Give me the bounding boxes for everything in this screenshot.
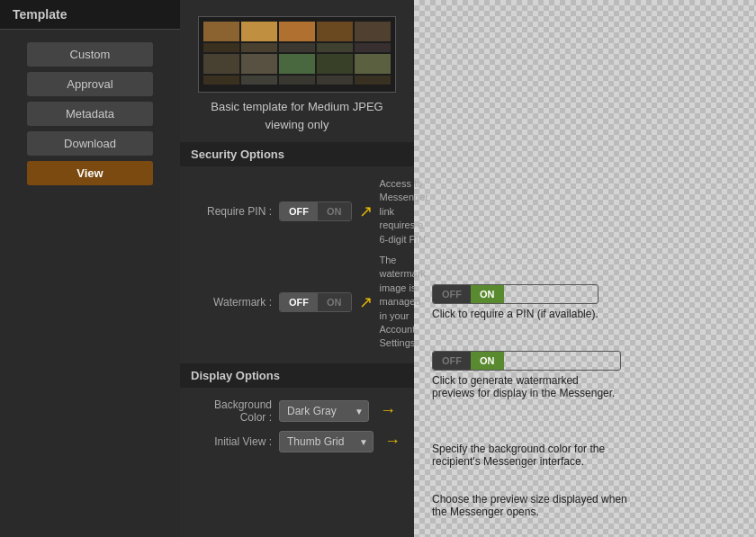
bg-color-arrow: →: [380, 401, 396, 420]
template-preview-grid: [203, 22, 391, 85]
initial-view-select-wrapper[interactable]: Thumb GridSingle ImageSlideshow ▼: [279, 431, 374, 452]
watermark-annotation-toggle: OFF ON: [432, 351, 621, 371]
template-view-button[interactable]: View: [27, 161, 153, 185]
watermark-annotation-off: OFF: [433, 352, 471, 370]
initial-view-row: Initial View : Thumb GridSingle ImageSli…: [180, 427, 414, 463]
pin-annotation-on: ON: [471, 285, 504, 303]
template-approval-button[interactable]: Approval: [27, 72, 153, 96]
initial-view-annotation-text: Choose the preview size displayed when t…: [432, 493, 630, 518]
watermark-toggle[interactable]: OFF ON: [279, 292, 352, 312]
watermark-desc: The watermark image is managed in your A…: [380, 254, 426, 351]
template-download-button[interactable]: Download: [27, 131, 153, 156]
require-pin-toggle[interactable]: OFF ON: [279, 201, 352, 221]
preview-caption: Basic template for Medium JPEG viewing o…: [180, 98, 414, 133]
display-options-header: Display Options: [180, 363, 414, 388]
bg-color-select[interactable]: Dark GrayLight GrayBlackWhite: [279, 400, 369, 422]
require-pin-label: Require PIN :: [191, 205, 272, 218]
initial-view-select[interactable]: Thumb GridSingle ImageSlideshow: [279, 431, 374, 452]
watermark-annotation-group: OFF ON Click to generate watermarked pre…: [432, 351, 621, 399]
watermark-off-button[interactable]: OFF: [280, 293, 318, 311]
pin-arrow: ↗: [359, 201, 373, 221]
pin-annotation-text: Click to require a PIN (if available).: [432, 308, 598, 320]
template-metadata-button[interactable]: Metadata: [27, 102, 153, 126]
pin-annotation-toggle: OFF ON: [432, 284, 598, 304]
bg-color-select-wrapper[interactable]: Dark GrayLight GrayBlackWhite ▼: [279, 400, 369, 422]
bg-color-annotation-text: Specify the background color for the rec…: [432, 443, 630, 468]
template-custom-button[interactable]: Custom: [27, 42, 153, 67]
bg-color-label: Background Color :: [191, 398, 272, 424]
require-pin-off-button[interactable]: OFF: [280, 202, 318, 220]
initial-view-arrow: →: [384, 432, 400, 451]
initial-view-label: Initial View :: [191, 435, 272, 448]
pin-annotation-off: OFF: [433, 285, 471, 303]
watermark-on-button[interactable]: ON: [318, 293, 351, 311]
watermark-annotation-on: ON: [471, 352, 504, 370]
bg-color-row: Background Color : Dark GrayLight GrayBl…: [180, 388, 414, 427]
pin-annotation-group: OFF ON Click to require a PIN (if availa…: [432, 284, 598, 320]
panel-title: Template: [0, 0, 180, 30]
require-pin-row: Require PIN : OFF ON ↗ Access to Messeng…: [180, 166, 414, 250]
watermark-arrow: ↗: [359, 292, 373, 312]
watermark-label: Watermark :: [191, 296, 272, 309]
watermark-annotation-text: Click to generate watermarked previews f…: [432, 374, 621, 399]
require-pin-on-button[interactable]: ON: [318, 202, 351, 220]
security-options-header: Security Options: [180, 142, 414, 166]
require-pin-desc: Access to Messenger link requires a 6-di…: [380, 177, 428, 246]
watermark-row: Watermark : OFF ON ↗ The watermark image…: [180, 250, 414, 362]
